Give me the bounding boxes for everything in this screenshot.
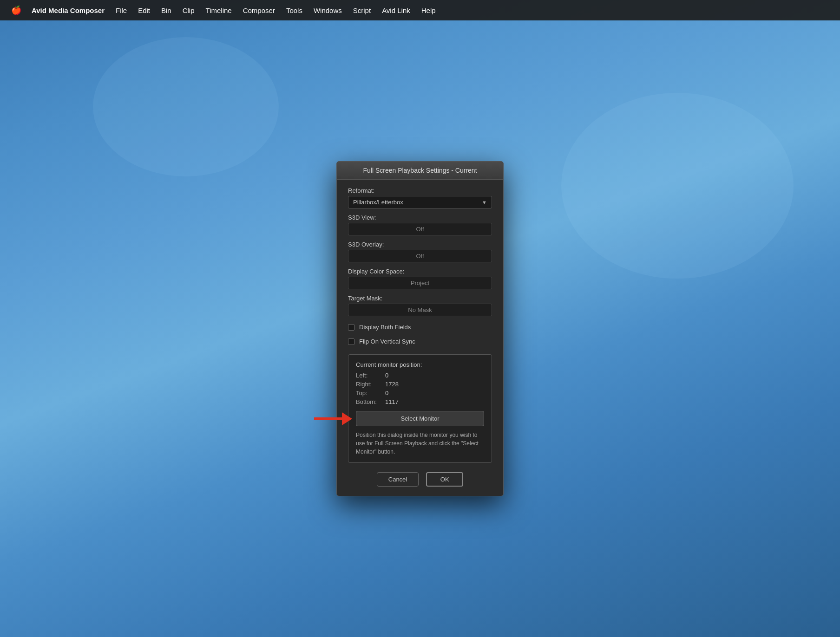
app-name[interactable]: Avid Media Composer bbox=[27, 5, 109, 16]
monitor-position-title: Current monitor position: bbox=[356, 361, 484, 368]
menu-clip[interactable]: Clip bbox=[178, 5, 199, 16]
arrow-head-icon bbox=[342, 412, 352, 425]
ok-button[interactable]: OK bbox=[426, 472, 463, 487]
display-both-fields-checkbox[interactable] bbox=[348, 324, 354, 331]
reformat-value: Pillarbox/Letterbox bbox=[353, 199, 403, 206]
display-both-fields-row: Display Both Fields bbox=[348, 324, 492, 331]
select-monitor-wrapper: Select Monitor bbox=[356, 411, 484, 426]
reformat-label: Reformat: bbox=[348, 187, 492, 194]
flip-vertical-sync-row: Flip On Vertical Sync bbox=[348, 338, 492, 345]
monitor-bottom-value: 1117 bbox=[385, 398, 399, 405]
menu-composer[interactable]: Composer bbox=[238, 5, 280, 16]
dialog-body: Reformat: Pillarbox/Letterbox ▼ S3D View… bbox=[337, 180, 503, 463]
display-color-space-label: Display Color Space: bbox=[348, 268, 492, 275]
apple-menu[interactable]: 🍎 bbox=[7, 3, 25, 17]
flip-vertical-sync-checkbox[interactable] bbox=[348, 338, 354, 345]
menu-script[interactable]: Script bbox=[348, 5, 375, 16]
menu-edit[interactable]: Edit bbox=[133, 5, 155, 16]
monitor-top-label: Top: bbox=[356, 390, 381, 396]
monitor-left-value: 0 bbox=[385, 372, 388, 379]
menu-tools[interactable]: Tools bbox=[282, 5, 307, 16]
s3d-view-field: Off bbox=[348, 223, 492, 235]
display-color-space-field: Project bbox=[348, 277, 492, 289]
dialog-title-bar: Full Screen Playback Settings - Current bbox=[337, 162, 503, 180]
select-monitor-button[interactable]: Select Monitor bbox=[356, 411, 484, 426]
arrow-indicator bbox=[314, 412, 352, 425]
menubar: 🍎 Avid Media Composer File Edit Bin Clip… bbox=[0, 0, 840, 20]
menu-help[interactable]: Help bbox=[417, 5, 440, 16]
monitor-bottom-row: Bottom: 1117 bbox=[356, 398, 484, 405]
monitor-right-value: 1728 bbox=[385, 381, 399, 388]
flip-vertical-sync-label: Flip On Vertical Sync bbox=[359, 338, 415, 345]
menu-timeline[interactable]: Timeline bbox=[201, 5, 236, 16]
monitor-top-value: 0 bbox=[385, 390, 388, 396]
display-both-fields-label: Display Both Fields bbox=[359, 324, 411, 331]
monitor-left-row: Left: 0 bbox=[356, 372, 484, 379]
arrow-shaft bbox=[314, 417, 342, 420]
target-mask-label: Target Mask: bbox=[348, 295, 492, 302]
full-screen-playback-dialog: Full Screen Playback Settings - Current … bbox=[336, 161, 504, 496]
monitor-right-label: Right: bbox=[356, 381, 381, 388]
dialog-overlay: Full Screen Playback Settings - Current … bbox=[0, 20, 840, 637]
monitor-top-row: Top: 0 bbox=[356, 390, 484, 396]
s3d-overlay-field: Off bbox=[348, 250, 492, 262]
dropdown-arrow-icon: ▼ bbox=[482, 200, 487, 205]
menu-bin[interactable]: Bin bbox=[157, 5, 176, 16]
monitor-help-text: Position this dialog inside the monitor … bbox=[356, 431, 484, 456]
monitor-right-row: Right: 1728 bbox=[356, 381, 484, 388]
menu-avid-link[interactable]: Avid Link bbox=[377, 5, 415, 16]
reformat-dropdown[interactable]: Pillarbox/Letterbox ▼ bbox=[348, 196, 492, 208]
cancel-button[interactable]: Cancel bbox=[377, 472, 419, 487]
s3d-view-label: S3D View: bbox=[348, 214, 492, 221]
monitor-bottom-label: Bottom: bbox=[356, 398, 381, 405]
target-mask-field: No Mask bbox=[348, 304, 492, 316]
dialog-footer: Cancel OK bbox=[337, 472, 503, 487]
monitor-position-box: Current monitor position: Left: 0 Right:… bbox=[348, 354, 492, 463]
dialog-title: Full Screen Playback Settings - Current bbox=[363, 167, 477, 174]
monitor-left-label: Left: bbox=[356, 372, 381, 379]
s3d-overlay-label: S3D Overlay: bbox=[348, 241, 492, 248]
menu-windows[interactable]: Windows bbox=[309, 5, 347, 16]
menu-file[interactable]: File bbox=[111, 5, 131, 16]
